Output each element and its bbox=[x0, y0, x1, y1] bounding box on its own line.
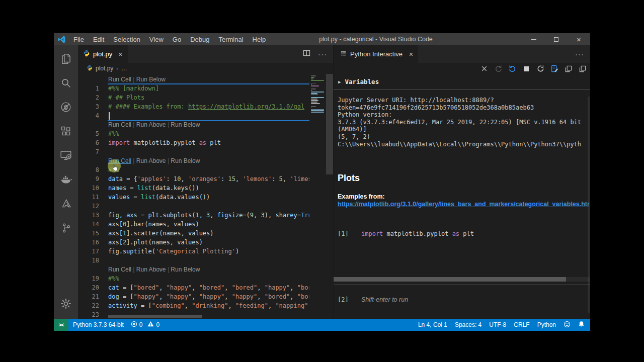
codelens-run-below[interactable]: Run Below bbox=[136, 76, 166, 83]
menu-go[interactable]: Go bbox=[168, 33, 186, 45]
python-interactive-panel: Python Interactive × ··· ▶ Variables Jup… bbox=[333, 45, 590, 319]
menu-debug[interactable]: Debug bbox=[186, 33, 214, 45]
debug-icon[interactable] bbox=[54, 95, 78, 119]
source-control-icon[interactable] bbox=[54, 216, 78, 240]
close-x-icon[interactable] bbox=[480, 65, 488, 73]
code-line-6[interactable]: 6import matplotlib.pyplot as plt bbox=[78, 138, 309, 147]
menu-file[interactable]: File bbox=[69, 33, 89, 45]
minimap-line bbox=[311, 85, 319, 86]
code-line-4[interactable]: 4 bbox=[78, 111, 309, 120]
codelens-run-below[interactable]: Run Below bbox=[171, 266, 200, 273]
codelens-run-below[interactable]: Run Below bbox=[171, 121, 200, 128]
maximize-button[interactable] bbox=[545, 33, 568, 45]
codelens-run-cell[interactable]: Run Cell bbox=[108, 121, 131, 128]
python-file-icon bbox=[87, 65, 93, 72]
undo-icon[interactable] bbox=[508, 65, 516, 73]
more-actions-icon[interactable]: ··· bbox=[318, 53, 327, 56]
code-line-13[interactable]: 13fig, axs = plt.subplots(1, 3, figsize=… bbox=[78, 211, 309, 220]
code-line-14[interactable]: 14axs[0].bar(names, values) bbox=[78, 220, 309, 229]
remote-indicator[interactable]: >< bbox=[54, 319, 68, 331]
notifications-bell-icon[interactable] bbox=[578, 321, 585, 329]
panel-hscroll-track bbox=[334, 277, 590, 282]
code-line-16[interactable]: 16axs[2].plot(names, values) bbox=[78, 238, 309, 247]
status-crlf[interactable]: CRLF bbox=[514, 321, 529, 328]
copy-pages-icon[interactable] bbox=[565, 65, 573, 73]
text-cursor bbox=[109, 112, 110, 120]
python-interpreter-status[interactable]: Python 3.7.3 64-bit bbox=[73, 321, 124, 328]
breadcrumb-file[interactable]: plot.py bbox=[96, 65, 113, 72]
tab-close-icon[interactable]: × bbox=[118, 51, 122, 58]
code-line-22[interactable]: 22activity = ["combing", "drinking", "fe… bbox=[78, 301, 309, 310]
codelens-run-cell[interactable]: Run Cell bbox=[108, 266, 131, 273]
code-line-1[interactable]: 1#%% [markdown] bbox=[78, 84, 309, 93]
codelens-run-above[interactable]: Run Above bbox=[136, 157, 166, 164]
tab-python-interactive[interactable]: Python Interactive × bbox=[334, 45, 418, 63]
breadcrumb-symbol[interactable]: … bbox=[121, 65, 127, 72]
copy-pages-icon[interactable] bbox=[579, 65, 587, 73]
codelens-run-above[interactable]: Run Above bbox=[136, 266, 166, 273]
vscode-logo-icon bbox=[57, 35, 66, 44]
editor-group: plot.py × ··· plot.py › bbox=[78, 45, 333, 319]
menu-terminal[interactable]: Terminal bbox=[214, 33, 248, 45]
examples-label: Examples from: bbox=[338, 193, 385, 200]
code-editor[interactable]: Run Cell | Run Below1#%% [markdown]2# ##… bbox=[78, 74, 333, 319]
editor-vertical-scrollbar[interactable] bbox=[326, 74, 333, 174]
extensions-icon[interactable] bbox=[54, 119, 78, 143]
export-notebook-icon[interactable] bbox=[550, 65, 558, 73]
code-line-12[interactable]: 12 bbox=[78, 202, 309, 211]
azure-icon[interactable] bbox=[54, 192, 78, 216]
code-line-21[interactable]: 21dog = ["happy", "happy", "happy", "hap… bbox=[78, 292, 309, 301]
menu-view[interactable]: View bbox=[145, 33, 168, 45]
code-line-7[interactable]: 7 bbox=[78, 147, 309, 156]
code-line-2[interactable]: 2# ## Plots bbox=[78, 93, 309, 102]
notebook-input-cell[interactable]: [2] Shift-enter to run bbox=[338, 296, 590, 303]
codelens-run-below[interactable]: Run Below bbox=[171, 157, 200, 164]
breadcrumb[interactable]: plot.py › … bbox=[78, 63, 333, 74]
status-ln-4-col-1[interactable]: Ln 4, Col 1 bbox=[418, 321, 447, 328]
search-icon[interactable] bbox=[54, 71, 78, 95]
status-spaces-4[interactable]: Spaces: 4 bbox=[455, 321, 481, 328]
minimap[interactable] bbox=[309, 75, 326, 114]
error-icon bbox=[131, 321, 137, 329]
code-line-3[interactable]: 3# #### Examples from: https://matplotli… bbox=[78, 102, 309, 111]
code-line-15[interactable]: 15axs[1].scatter(names, values) bbox=[78, 229, 309, 238]
status-utf-8[interactable]: UTF-8 bbox=[489, 321, 506, 328]
status-python[interactable]: Python bbox=[537, 321, 556, 328]
variables-section-header[interactable]: ▶ Variables bbox=[334, 74, 590, 89]
redo-icon[interactable] bbox=[494, 65, 502, 73]
menu-selection[interactable]: Selection bbox=[109, 33, 144, 45]
monitor-x-icon[interactable] bbox=[54, 143, 78, 167]
problems-status[interactable]: 0 0 bbox=[131, 321, 163, 329]
line-number: 15 bbox=[78, 229, 108, 238]
code-line-20[interactable]: 20cat = ["bored", "happy", "bored", "bor… bbox=[78, 283, 309, 292]
tab-plot-py[interactable]: plot.py × bbox=[78, 45, 128, 63]
code-line-11[interactable]: 11values = list(data.values()) bbox=[78, 193, 309, 202]
cell-prompt: [1] bbox=[338, 230, 361, 237]
matplotlib-link[interactable]: https://matplotlib.org/3.1.0/gallery/lin… bbox=[338, 201, 589, 208]
close-window-button[interactable]: × bbox=[568, 33, 590, 45]
menu-edit[interactable]: Edit bbox=[89, 33, 109, 45]
stop-icon[interactable] bbox=[522, 65, 530, 73]
more-actions-icon[interactable]: ··· bbox=[575, 53, 584, 56]
codelens-run-above[interactable]: Run Above bbox=[136, 121, 166, 128]
code-line-18[interactable]: 18 bbox=[78, 256, 309, 265]
explorer-icon[interactable] bbox=[54, 47, 78, 71]
panel-vertical-scrollbar[interactable] bbox=[588, 97, 590, 313]
restart-icon[interactable] bbox=[536, 65, 544, 73]
code-line-17[interactable]: 17fig.suptitle('Categorical Plotting') bbox=[78, 247, 309, 256]
tab-close-icon[interactable]: × bbox=[409, 51, 413, 58]
line-number: 10 bbox=[78, 184, 108, 193]
code-line-19[interactable]: 19#%% bbox=[78, 274, 309, 283]
code-line-5[interactable]: 5#%% bbox=[78, 129, 309, 138]
editor-horizontal-scrollbar[interactable] bbox=[108, 315, 202, 318]
settings-gear-icon[interactable] bbox=[54, 292, 78, 316]
panel-horizontal-scrollbar[interactable] bbox=[334, 277, 566, 282]
feedback-smiley-icon[interactable] bbox=[564, 321, 571, 329]
split-editor-icon[interactable] bbox=[303, 49, 310, 59]
code-line-10[interactable]: 10names = list(data.keys()) bbox=[78, 184, 309, 193]
code-line-9[interactable]: 9data = {'apples': 10, 'oranges': 15, 'l… bbox=[78, 174, 309, 184]
codelens-run-cell[interactable]: Run Cell bbox=[108, 76, 131, 83]
minimize-button[interactable] bbox=[522, 33, 545, 45]
docker-icon[interactable] bbox=[54, 167, 78, 192]
expand-arrow-icon: ▶ bbox=[338, 79, 341, 84]
